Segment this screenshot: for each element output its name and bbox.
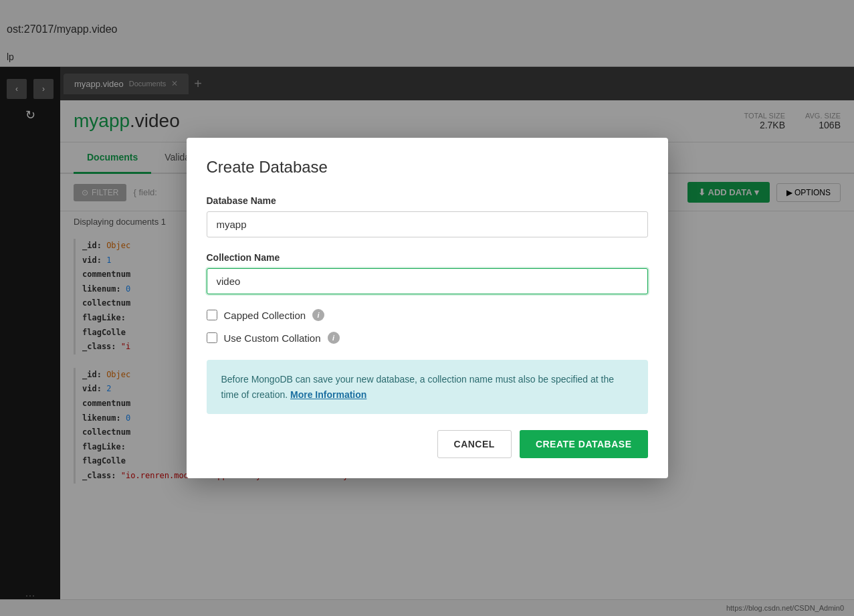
capped-collection-label[interactable]: Capped Collection xyxy=(224,310,306,321)
custom-collation-checkbox[interactable] xyxy=(207,332,217,343)
modal-title: Create Database xyxy=(207,158,648,177)
db-name-label: Database Name xyxy=(207,195,648,206)
cancel-button[interactable]: CANCEL xyxy=(437,430,512,458)
more-information-link[interactable]: More Information xyxy=(290,389,366,400)
collection-name-group: Collection Name xyxy=(207,252,648,294)
collection-name-label: Collection Name xyxy=(207,252,648,263)
capped-collection-checkbox[interactable] xyxy=(207,310,217,320)
capped-collection-row: Capped Collection i xyxy=(207,309,648,321)
collection-name-input[interactable] xyxy=(207,268,648,294)
capped-info-icon[interactable]: i xyxy=(312,309,324,321)
create-database-button[interactable]: CREATE DATABASE xyxy=(520,430,648,458)
modal-footer: CANCEL CREATE DATABASE xyxy=(207,430,648,458)
info-box: Before MongoDB can save your new databas… xyxy=(207,360,648,414)
db-name-group: Database Name xyxy=(207,195,648,237)
create-database-modal: Create Database Database Name Collection… xyxy=(187,138,668,478)
custom-collation-row: Use Custom Collation i xyxy=(207,332,648,344)
custom-collation-label[interactable]: Use Custom Collation xyxy=(224,332,321,344)
modal-overlay[interactable]: Create Database Database Name Collection… xyxy=(0,0,854,616)
info-box-text: Before MongoDB can save your new databas… xyxy=(221,374,615,399)
db-name-input[interactable] xyxy=(207,211,648,237)
collation-info-icon[interactable]: i xyxy=(328,332,340,344)
